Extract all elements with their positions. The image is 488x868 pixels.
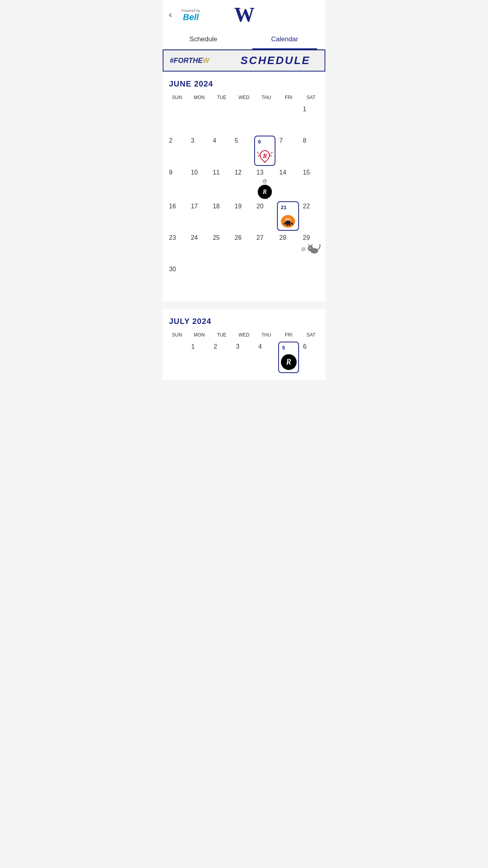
- june-day-num-1: 1: [301, 105, 321, 114]
- june-day-num-19: 19: [233, 202, 252, 211]
- july-day-header-mon: MON: [188, 331, 211, 339]
- july-day-6: 6: [300, 341, 322, 374]
- june-empty-6: [276, 103, 300, 135]
- tab-calendar[interactable]: Calendar: [244, 30, 325, 49]
- june-day-5: 5: [231, 135, 253, 167]
- june-day-num-12: 12: [233, 168, 252, 177]
- bc-lions-logo-icon: BC: [279, 213, 297, 228]
- july-5-redblacks-icon: R: [281, 354, 297, 370]
- svg-point-7: [285, 221, 291, 224]
- june-6-game-card[interactable]: 6 R: [254, 136, 275, 166]
- june-day-15: 15: [300, 167, 322, 200]
- june-day-num-2: 2: [167, 136, 186, 145]
- june-day-num-9: 9: [167, 168, 186, 177]
- june-day-9: 9: [166, 167, 188, 200]
- june-6-day-num: 6: [257, 138, 273, 145]
- july-day-5-game[interactable]: 5 R: [277, 341, 300, 374]
- svg-point-13: [309, 249, 310, 250]
- june-end-empty-6: [300, 263, 322, 295]
- june-day-22: 22: [300, 200, 322, 232]
- svg-point-6: [291, 223, 293, 225]
- july-day-num-4: 4: [257, 342, 276, 351]
- team-logo: W: [234, 5, 254, 25]
- june-day-19: 19: [231, 200, 253, 232]
- june-day-headers: SUN MON TUE WED THU FRI SAT: [166, 93, 322, 102]
- july-2024-section: JULY 2024 SUN MON TUE WED THU FRI SAT 1 …: [163, 309, 325, 380]
- june-day-21-game[interactable]: 21 BC: [276, 200, 300, 232]
- june-day-20: 20: [253, 200, 276, 232]
- june-day-num-24: 24: [189, 234, 208, 242]
- june-end-empty-2: [209, 263, 231, 295]
- june-day-12: 12: [231, 167, 253, 200]
- july-day-num-1: 1: [190, 342, 209, 351]
- july-day-headers: SUN MON TUE WED THU FRI SAT: [166, 331, 322, 339]
- june-day-num-16: 16: [167, 202, 186, 211]
- june-calendar-grid: 1 2 3 4 5 6: [166, 103, 322, 295]
- june-13-redblacks-icon: R: [258, 185, 272, 199]
- july-calendar-grid: 1 2 3 4 5 R 6: [166, 341, 322, 374]
- june-day-26: 26: [231, 232, 253, 263]
- june-day-num-22: 22: [301, 202, 321, 211]
- june-day-29-game[interactable]: 29 @: [300, 232, 322, 263]
- june-21-game-card[interactable]: 21 BC: [277, 201, 299, 231]
- june-empty-3: [209, 103, 231, 135]
- june-6-team-logo: R: [257, 147, 273, 164]
- june-day-num-4: 4: [211, 136, 230, 145]
- june-day-num-20: 20: [255, 202, 275, 211]
- june-end-empty-3: [231, 263, 253, 295]
- june-end-empty-5: [276, 263, 300, 295]
- schedule-banner: #FORTHEW SCHEDULE: [163, 50, 325, 72]
- june-13-away-game[interactable]: @ R: [258, 178, 272, 199]
- june-day-8: 8: [300, 135, 322, 167]
- tab-schedule[interactable]: Schedule: [163, 30, 244, 49]
- june-day-num-18: 18: [211, 202, 230, 211]
- back-button[interactable]: ‹: [169, 10, 172, 20]
- header: ‹ Powered by Bell W: [163, 0, 325, 30]
- june-day-num-5: 5: [233, 136, 252, 145]
- june-end-empty-4: [253, 263, 276, 295]
- powered-by-text: Powered by: [182, 9, 200, 13]
- june-day-3: 3: [188, 135, 210, 167]
- svg-point-14: [308, 248, 309, 249]
- june-day-16: 16: [166, 200, 188, 232]
- june-day-1: 1: [300, 103, 322, 135]
- june-day-6-game[interactable]: 6 R: [253, 135, 276, 167]
- july-5-game-card[interactable]: 5 R: [278, 342, 299, 373]
- june-21-team-logo: BC: [279, 213, 297, 228]
- schedule-banner-title: SCHEDULE: [240, 54, 310, 67]
- june-day-25: 25: [209, 232, 231, 263]
- june-29-away-game[interactable]: @: [301, 244, 321, 255]
- june-29-day-num: 29: [301, 234, 321, 242]
- june-empty-4: [231, 103, 253, 135]
- june-day-num-28: 28: [278, 234, 298, 242]
- tab-bar: Schedule Calendar: [163, 30, 325, 50]
- day-header-sun: SUN: [166, 93, 188, 102]
- day-header-tue: TUE: [211, 93, 233, 102]
- june-13-day-num: 13: [255, 168, 275, 177]
- day-header-fri: FRI: [277, 93, 300, 102]
- june-day-num-23: 23: [167, 234, 186, 242]
- july-day-header-wed: WED: [233, 331, 255, 339]
- july-day-header-sat: SAT: [300, 331, 322, 339]
- june-day-num-15: 15: [301, 168, 321, 177]
- july-day-num-6: 6: [301, 342, 321, 351]
- w-gold-letter: W: [203, 57, 209, 64]
- day-header-wed: WED: [233, 93, 255, 102]
- june-day-13-game[interactable]: 13 @ R: [253, 167, 276, 200]
- june-day-num-25: 25: [211, 234, 230, 242]
- june-day-num-11: 11: [211, 168, 230, 177]
- july-day-header-sun: SUN: [166, 331, 188, 339]
- june-day-30: 30: [166, 263, 188, 295]
- july-day-num-2: 2: [212, 342, 231, 351]
- june-day-7: 7: [276, 135, 300, 167]
- june-empty-2: [188, 103, 210, 135]
- bell-logo-container: Powered by Bell: [182, 9, 200, 22]
- bell-brand-text: Bell: [183, 13, 199, 22]
- day-header-thu: THU: [255, 93, 277, 102]
- june-13-at-symbol: @: [262, 178, 267, 184]
- july-empty-1: [166, 341, 188, 374]
- july-day-1: 1: [188, 341, 211, 374]
- june-day-23: 23: [166, 232, 188, 263]
- svg-point-12: [310, 248, 311, 249]
- june-day-num-10: 10: [189, 168, 208, 177]
